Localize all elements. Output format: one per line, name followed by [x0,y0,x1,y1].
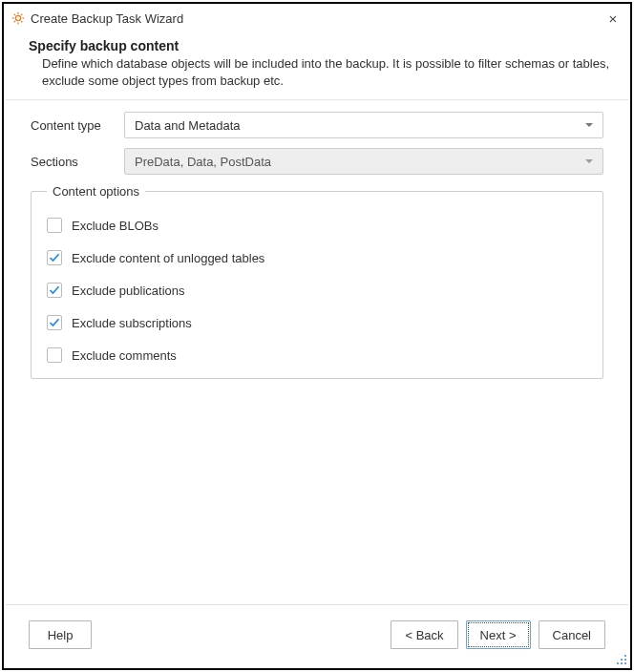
content-type-value: Data and Metadata [135,118,241,133]
exclude-comments-checkbox[interactable] [47,347,62,363]
content-options-group: Content options Exclude BLOBs Exclude co… [31,184,603,379]
gear-icon [11,11,25,25]
exclude-comments-label: Exclude comments [72,348,177,363]
back-button[interactable]: < Back [391,620,457,649]
content-options-legend: Content options [47,184,145,199]
exclude-subscriptions-row: Exclude subscriptions [47,315,587,330]
sections-row: Sections PreData, Data, PostData [31,148,603,175]
svg-rect-11 [624,659,626,661]
content-type-dropdown[interactable]: Data and Metadata [124,112,603,138]
svg-line-6 [21,21,22,22]
svg-line-8 [21,14,22,15]
svg-rect-12 [617,662,619,664]
chevron-down-icon [585,159,593,163]
wizard-window: Create Backup Task Wizard × Specify back… [2,2,632,670]
header-area: Specify backup content Define which data… [6,31,628,100]
sections-dropdown[interactable]: PreData, Data, PostData [124,148,603,175]
exclude-blobs-label: Exclude BLOBs [72,219,158,233]
page-title: Specify backup content [29,38,609,53]
content-type-label: Content type [31,118,124,133]
svg-rect-13 [621,662,623,664]
exclude-publications-checkbox[interactable] [47,283,62,298]
exclude-unlogged-checkbox[interactable] [47,250,62,265]
exclude-subscriptions-label: Exclude subscriptions [72,316,192,330]
svg-rect-10 [621,659,623,661]
exclude-subscriptions-checkbox[interactable] [47,315,62,330]
sections-label: Sections [31,155,124,169]
chevron-down-icon [585,123,593,127]
titlebar: Create Backup Task Wizard × [4,4,630,31]
exclude-unlogged-label: Exclude content of unlogged tables [72,251,264,265]
exclude-unlogged-row: Exclude content of unlogged tables [47,250,587,265]
content-type-row: Content type Data and Metadata [31,112,603,138]
resize-grip-icon[interactable] [615,653,628,666]
exclude-publications-label: Exclude publications [72,284,185,298]
window-title: Create Backup Task Wizard [31,11,603,26]
content-area: Content type Data and Metadata Sections … [4,100,630,604]
page-description: Define which database objects will be in… [29,55,609,90]
exclude-publications-row: Exclude publications [47,283,587,298]
help-button[interactable]: Help [29,620,92,649]
cancel-button[interactable]: Cancel [539,620,605,649]
svg-rect-14 [624,662,626,664]
svg-line-5 [14,14,15,15]
svg-line-7 [14,21,15,22]
svg-point-0 [15,15,20,20]
exclude-blobs-checkbox[interactable] [47,218,62,233]
next-button[interactable]: Next > [466,620,531,649]
sections-value: PreData, Data, PostData [135,155,271,169]
svg-rect-9 [624,655,626,657]
exclude-comments-row: Exclude comments [47,347,587,363]
footer: Help < Back Next > Cancel [6,604,628,668]
exclude-blobs-row: Exclude BLOBs [47,218,587,233]
close-icon[interactable]: × [603,9,623,28]
